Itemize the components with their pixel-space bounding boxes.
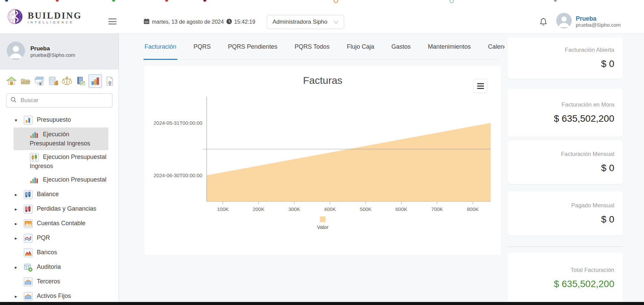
tree-item-ejecuci-n-presupuestal-ingresos[interactable]: Ejecución Presupuestal Ingresos	[14, 127, 108, 150]
favicon-fragment	[56, 0, 59, 2]
tab-pqrs-todos[interactable]: PQRS Todos	[293, 43, 331, 59]
brain-logo-icon	[6, 7, 24, 27]
caret-collapsed-icon[interactable]: ▸	[15, 205, 24, 213]
balance-scale-icon[interactable]	[61, 75, 73, 87]
tab-bar: FacturaciónPQRSPQRS PendientesPQRS Todos…	[144, 43, 499, 60]
tab-flujo-caja[interactable]: Flujo Caja	[346, 43, 375, 59]
chart-export-menu-button[interactable]	[473, 79, 488, 93]
favicon-fragment	[449, 0, 454, 3]
tree-item-ejecucion-presupuestal-ingresos[interactable]: Ejecucion Presupuestal Ingresos	[0, 150, 119, 173]
facturas-chart: 2024-05-31T00:00:002024-06-30T00:00:0010…	[144, 93, 501, 213]
search-box[interactable]	[6, 93, 112, 108]
sidebar: Prueba prueba@Sipho.com ▾PresupuestoEjec…	[0, 33, 119, 302]
caret-collapsed-icon[interactable]: ▸	[15, 292, 24, 301]
wave-chart-icon	[24, 234, 33, 243]
tree-item-label: PQR	[37, 234, 50, 241]
chart-card: Facturas 2024-05-31T00:00:002024-06-30T0…	[144, 66, 501, 255]
tree-item-cuentas-contable[interactable]: ▸Cuentas Contable	[0, 216, 119, 231]
tree-item-presupuesto[interactable]: ▾Presupuesto	[0, 113, 119, 127]
svg-text:800K: 800K	[467, 206, 479, 212]
caret-collapsed-icon[interactable]: ▸	[15, 234, 24, 242]
bar-chart-colored-icon	[30, 130, 39, 139]
sidebar-toggle-button[interactable]	[108, 19, 117, 24]
card-label: Facturación Abierta	[565, 47, 614, 53]
bottom-bar	[0, 302, 644, 305]
tree-item-label: Presupuesto	[37, 116, 71, 123]
favicon-fragment	[165, 0, 168, 2]
caret-collapsed-icon[interactable]: ▸	[15, 191, 24, 199]
svg-text:700K: 700K	[431, 206, 443, 212]
preview-window-icon[interactable]	[33, 75, 45, 87]
calculator-icon[interactable]	[47, 75, 59, 87]
tab-facturaci-n[interactable]: Facturación	[144, 43, 177, 60]
date-text: martes, 13 de agosto de 2024	[152, 19, 224, 25]
svg-text:2024-05-31T00:00:00: 2024-05-31T00:00:00	[154, 120, 202, 126]
chart-legend[interactable]: Valor	[144, 216, 501, 230]
company-select[interactable]: Administradora Sipho	[267, 15, 344, 29]
tree-item-terceros[interactable]: Terceros	[0, 275, 119, 289]
tree-item-label: Cuentas Contable	[37, 220, 85, 227]
nav-tree: ▾PresupuestoEjecución Presupuestal Ingre…	[0, 113, 119, 305]
favicon-fragment	[112, 0, 115, 2]
tree-item-balance[interactable]: ▸Balance	[0, 187, 119, 202]
caret-collapsed-icon[interactable]: ▸	[15, 263, 24, 272]
bar-chart-box-icon	[24, 116, 33, 125]
tab-gastos[interactable]: Gastos	[390, 43, 412, 59]
sidebar-profile: Prueba prueba@Sipho.com	[0, 33, 119, 70]
tree-item-label: Bancos	[37, 249, 57, 256]
tree-item-auditoria[interactable]: ▸Auditoria	[0, 260, 119, 275]
tree-item-activos-fijos[interactable]: ▸Activos Fijos	[0, 289, 119, 304]
card-label: Facturación Mensual	[561, 151, 614, 158]
document-tools-icon[interactable]	[104, 75, 116, 87]
search-icon	[10, 97, 17, 104]
app-screen: BUILDING INTELLIGENCE martes, 13 de agos…	[0, 0, 644, 305]
tab-pqrs[interactable]: PQRS	[192, 43, 212, 59]
calendar-icon	[144, 18, 150, 26]
tree-item-ejecucion-presupuestal[interactable]: Ejecucion Presupuestal	[0, 173, 119, 187]
profile-email: prueba@Sipho.com	[30, 52, 75, 58]
tab-pqrs-pendientes[interactable]: PQRS Pendientes	[227, 43, 278, 59]
chevron-down-icon	[334, 19, 338, 25]
legend-label: Valor	[317, 224, 329, 230]
tree-item-perdidas-y-ganancias[interactable]: ▸Perdidas y Ganancias	[0, 202, 119, 216]
card-label: Pagado Mensual	[571, 202, 614, 209]
datetime: martes, 13 de agosto de 2024 15:42:19	[144, 18, 255, 26]
summary-card-facturaci-n-en-mora: Facturación en Mora$ 635,502,200	[508, 89, 623, 137]
svg-text:100K: 100K	[217, 206, 229, 212]
favicon-fragment	[334, 0, 338, 3]
card-label: Total Facturación	[571, 267, 614, 274]
chart-title: Facturas	[144, 75, 501, 86]
header-user-name: Prueba	[576, 15, 621, 22]
area-chart-icon	[24, 292, 33, 301]
card-label: Facturación en Mora	[562, 101, 614, 108]
mountain-chart-icon	[24, 248, 33, 257]
tree-item-label: Terceros	[37, 278, 60, 285]
notifications-button[interactable]	[539, 18, 547, 27]
hamburger-icon	[477, 83, 484, 84]
tree-item-label: Ejecucion Presupuestal	[43, 176, 106, 183]
svg-text:2024-06-30T00:00:00: 2024-06-30T00:00:00	[154, 172, 202, 178]
bar-chart-icon[interactable]	[88, 74, 102, 88]
card-value: $ 0	[601, 214, 614, 225]
search-input[interactable]	[20, 97, 108, 104]
bar-chart-colored-icon	[30, 175, 39, 185]
binoculars-red-icon	[24, 205, 33, 214]
header-user-menu[interactable]: Prueba prueba@Sipho.com	[556, 13, 621, 30]
caret-expanded-icon[interactable]: ▾	[15, 116, 24, 124]
tree-item-pqr[interactable]: ▸PQR	[0, 231, 119, 245]
user-avatar-icon	[556, 13, 572, 30]
area-chart-icon	[24, 277, 33, 286]
home-icon[interactable]	[5, 75, 18, 87]
folder-icon[interactable]	[19, 75, 31, 87]
tab-mantenimientos[interactable]: Mantenimientos	[427, 43, 472, 59]
svg-text:400K: 400K	[324, 206, 336, 212]
picture-icon	[24, 219, 33, 228]
candlestick-icon	[30, 153, 39, 162]
browser-strip	[0, 0, 644, 3]
brand-title: BUILDING	[28, 11, 82, 20]
summary-card-facturaci-n-mensual: Facturación Mensual$ 0	[508, 140, 623, 184]
sidebar-toolbar	[0, 70, 119, 91]
book-report-icon[interactable]	[75, 75, 87, 87]
caret-collapsed-icon[interactable]: ▸	[15, 220, 24, 228]
tree-item-bancos[interactable]: Bancos	[0, 245, 119, 260]
